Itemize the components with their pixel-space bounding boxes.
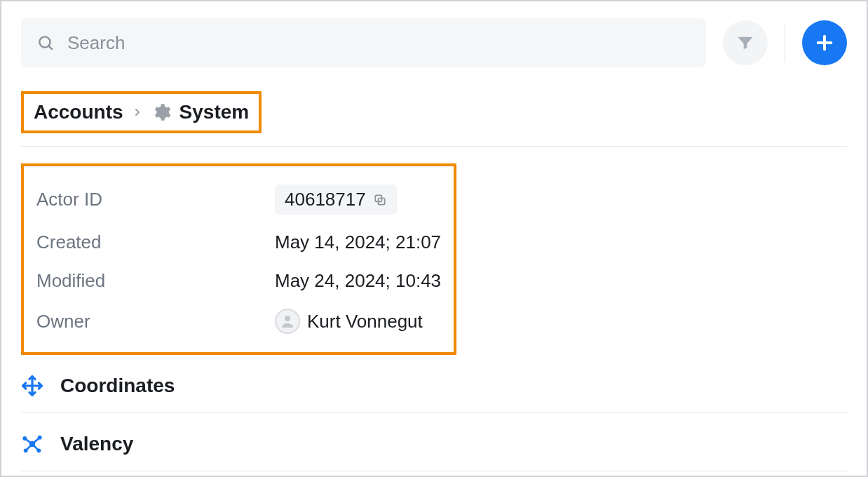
svg-point-6 (285, 316, 290, 321)
avatar (275, 309, 300, 334)
svg-line-17 (26, 444, 32, 450)
detail-row-created: Created May 14, 2024; 21:07 (36, 223, 441, 262)
section-coordinates-label: Coordinates (60, 375, 175, 397)
breadcrumb-root[interactable]: Accounts (34, 101, 123, 123)
add-button[interactable] (802, 20, 847, 65)
search-input[interactable] (67, 32, 691, 54)
actor-id-pill[interactable]: 40618717 (275, 184, 397, 215)
actor-id-label: Actor ID (36, 189, 247, 210)
detail-row-actor-id: Actor ID 40618717 (36, 176, 441, 223)
breadcrumb-current: System (179, 101, 250, 123)
topbar (21, 18, 847, 67)
chevron-right-icon (132, 107, 143, 118)
details-block: Actor ID 40618717 Created May 14, 2024; … (21, 163, 456, 355)
svg-line-16 (32, 444, 39, 450)
search-field[interactable] (21, 18, 706, 67)
actor-id-value: 40618717 (285, 189, 366, 210)
created-label: Created (36, 231, 247, 253)
created-value: May 14, 2024; 21:07 (275, 231, 441, 253)
detail-row-owner: Owner Kurt Vonnegut (36, 300, 441, 342)
gear-icon (151, 102, 171, 122)
plus-icon (813, 32, 836, 54)
filter-icon (735, 33, 755, 53)
network-icon (21, 433, 43, 455)
move-icon (21, 375, 43, 397)
modified-label: Modified (36, 270, 247, 292)
filter-button[interactable] (723, 20, 768, 65)
section-coordinates[interactable]: Coordinates (21, 359, 847, 413)
modified-value: May 24, 2024; 10:43 (275, 270, 441, 292)
section-valency-label: Valency (60, 433, 133, 455)
detail-row-modified: Modified May 24, 2024; 10:43 (36, 262, 441, 300)
breadcrumb: Accounts System (21, 91, 262, 133)
svg-point-0 (39, 36, 50, 47)
section-valency[interactable]: Valency (21, 417, 847, 471)
owner-label: Owner (36, 311, 247, 332)
svg-line-1 (49, 46, 53, 50)
breadcrumb-row: Accounts System (21, 91, 847, 147)
search-icon (36, 34, 55, 52)
divider (785, 23, 785, 62)
svg-line-14 (25, 438, 32, 444)
copy-icon[interactable] (373, 193, 387, 207)
owner-value[interactable]: Kurt Vonnegut (307, 311, 423, 332)
svg-line-15 (32, 438, 40, 444)
